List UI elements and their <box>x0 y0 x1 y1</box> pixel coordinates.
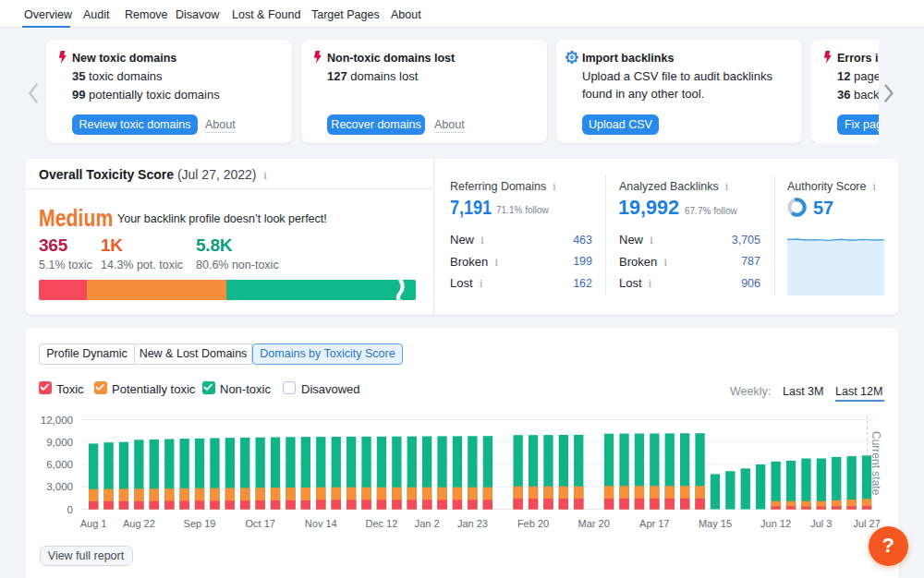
svg-text:Jul 3: Jul 3 <box>810 518 832 529</box>
svg-text:Jul 27: Jul 27 <box>853 518 880 529</box>
svg-text:Jan 2: Jan 2 <box>415 518 440 529</box>
svg-text:Aug 22: Aug 22 <box>123 518 155 529</box>
svg-text:May 15: May 15 <box>699 518 732 529</box>
svg-text:Aug 1: Aug 1 <box>80 518 107 529</box>
svg-text:0: 0 <box>67 504 73 515</box>
svg-text:Oct 17: Oct 17 <box>245 518 274 529</box>
svg-text:Sep 19: Sep 19 <box>184 518 216 529</box>
svg-text:Jun 12: Jun 12 <box>760 518 791 529</box>
svg-text:Feb 20: Feb 20 <box>517 518 549 529</box>
svg-text:Apr 17: Apr 17 <box>639 518 669 529</box>
svg-text:12,000: 12,000 <box>41 415 73 426</box>
svg-text:6,000: 6,000 <box>46 459 73 470</box>
svg-text:3,000: 3,000 <box>46 481 73 492</box>
svg-text:Jan 23: Jan 23 <box>457 518 488 529</box>
svg-text:9,000: 9,000 <box>46 437 73 448</box>
svg-text:Nov 14: Nov 14 <box>305 518 337 529</box>
svg-text:Dec 12: Dec 12 <box>365 518 397 529</box>
svg-text:Mar 20: Mar 20 <box>578 518 610 529</box>
